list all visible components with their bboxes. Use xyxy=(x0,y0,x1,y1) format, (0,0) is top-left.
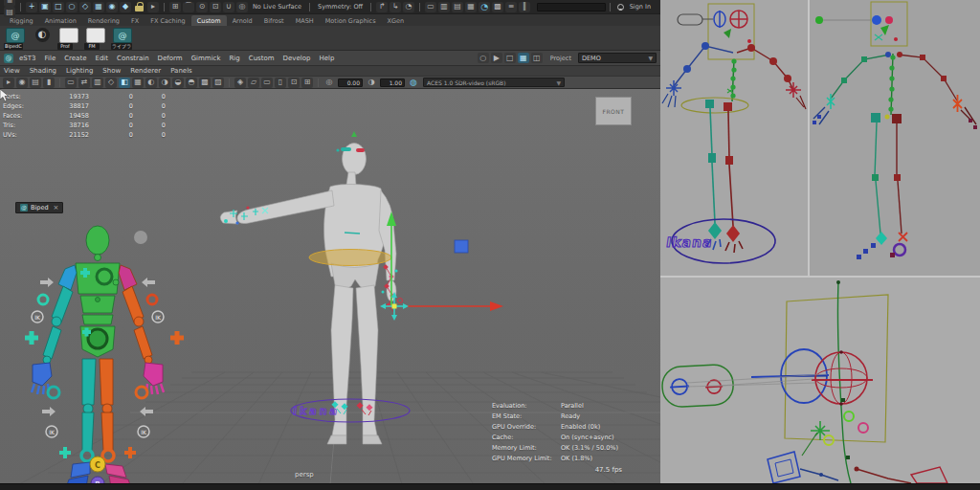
select-mask-objects-icon[interactable]: □ xyxy=(53,2,64,12)
lock-camera-icon[interactable]: ◉ xyxy=(16,78,28,88)
panel-menu-item[interactable]: View xyxy=(4,67,20,75)
render-view-icon[interactable]: ▭ xyxy=(425,2,436,12)
picker-left-arm[interactable] xyxy=(32,265,77,394)
output-connections-icon[interactable]: ↳ xyxy=(390,2,401,12)
right-arm-chain[interactable] xyxy=(737,44,806,109)
gamma-field[interactable]: 1.00 xyxy=(380,78,405,87)
shelf-button-prof[interactable]: Prof xyxy=(57,27,80,50)
menu-item[interactable]: eST3 xyxy=(19,55,35,62)
eye-controls[interactable] xyxy=(678,11,751,43)
view-transform-dropdown[interactable]: ACES 1.0 SDR-video (sRGB) ▼ xyxy=(423,78,565,87)
hip-control[interactable] xyxy=(309,250,391,266)
move-manipulator[interactable] xyxy=(380,212,503,321)
snap-surface-icon[interactable]: ∪ xyxy=(223,2,234,12)
app-menu-icon[interactable]: ≡ xyxy=(4,0,15,7)
menu-item[interactable]: Rig xyxy=(229,55,239,62)
shelf-button-symmetry[interactable] xyxy=(31,27,54,50)
texture-paint-icon[interactable]: ▩ xyxy=(492,2,503,12)
snap-point-icon[interactable]: ⊙ xyxy=(196,2,208,12)
panel-menu-item[interactable]: Shading xyxy=(30,67,56,75)
menu-item[interactable]: Gimmick xyxy=(191,55,221,62)
rig-view-controls[interactable]: Ikana xyxy=(660,0,808,276)
head-box-control[interactable] xyxy=(708,4,754,59)
jaw-controls[interactable] xyxy=(802,412,868,456)
menu-item[interactable]: Create xyxy=(64,55,86,62)
single-pane-icon[interactable]: □ xyxy=(504,53,516,63)
panel-menu-item[interactable]: Show xyxy=(102,67,121,75)
snap-curve-icon[interactable]: ⌒ xyxy=(183,2,194,12)
root-control[interactable]: Ikana xyxy=(291,399,410,422)
safe-action-icon[interactable]: ⊡ xyxy=(288,78,300,88)
symmetry-label[interactable]: Symmetry: Off xyxy=(318,3,363,11)
shelf-tab-mash[interactable]: MASH xyxy=(290,15,320,26)
sign-in-button[interactable]: Sign In xyxy=(617,3,655,11)
close-icon[interactable]: × xyxy=(54,204,59,212)
pane-toggle-icon[interactable]: ◫ xyxy=(531,53,543,63)
shelf-button-library[interactable]: ライブラ xyxy=(111,27,134,50)
panel-menu-item[interactable]: Panels xyxy=(170,67,192,75)
selection-handle[interactable] xyxy=(455,240,468,253)
pin-panel-icon[interactable]: ○ xyxy=(478,53,489,63)
gate-mask-icon[interactable]: ▯ xyxy=(275,78,286,88)
make-live-icon[interactable]: ◎ xyxy=(236,2,248,12)
chest-control[interactable] xyxy=(345,233,360,234)
render-settings-icon[interactable]: ▦ xyxy=(465,2,477,12)
shelf-tab-xgen[interactable]: XGen xyxy=(382,15,411,26)
menu-item[interactable]: Edit xyxy=(95,55,108,62)
picker-body-center[interactable] xyxy=(76,226,120,357)
rig-view-joints[interactable] xyxy=(810,0,980,276)
safe-title-icon[interactable]: ⊞ xyxy=(301,78,313,88)
time-slider-icon[interactable]: ◔ xyxy=(479,2,490,12)
eye-left-control[interactable] xyxy=(751,349,829,403)
panel-divider-vertical[interactable] xyxy=(808,0,810,276)
oversampling-icon[interactable]: ▥ xyxy=(92,78,103,88)
panel-menu-item[interactable]: Lighting xyxy=(66,67,93,75)
left-leg-joints[interactable] xyxy=(857,122,887,259)
camera-attributes-icon[interactable]: ▤ xyxy=(30,78,41,88)
menu-item[interactable]: Develop xyxy=(283,55,311,62)
view-transform-icon[interactable]: ◍ xyxy=(408,78,419,88)
use-lights-icon[interactable]: ◐ xyxy=(145,78,157,88)
lock-selection-icon[interactable] xyxy=(135,2,144,11)
multisampling-icon[interactable]: ▩ xyxy=(199,78,211,88)
neck-curve[interactable] xyxy=(836,280,851,483)
select-mask-hierarchy-icon[interactable]: ▣ xyxy=(39,2,51,12)
shelf-tab-rendering[interactable]: Rendering xyxy=(82,15,125,26)
shelf-tab-fx-caching[interactable]: FX Caching xyxy=(145,15,191,26)
render-current-frame-icon[interactable]: ▥ xyxy=(438,2,450,12)
select-mask-points-icon[interactable]: ○ xyxy=(66,2,78,12)
face-controls[interactable] xyxy=(336,131,365,152)
pick-walk-icon[interactable]: ▶ xyxy=(491,53,502,63)
wireframe-icon[interactable]: ◇ xyxy=(105,78,117,88)
snap-plane-icon[interactable]: ⊡ xyxy=(210,2,221,12)
motion-blur-icon[interactable]: ◓ xyxy=(186,78,197,88)
picker-tab-biped[interactable]: @ Biped × xyxy=(15,202,63,213)
menu-item[interactable]: Constrain xyxy=(117,55,149,62)
menu-item[interactable]: Help xyxy=(319,55,334,62)
field-chart-icon[interactable]: ▱ xyxy=(248,78,259,88)
shelf-tab-rigging[interactable]: Rigging xyxy=(4,15,39,26)
menu-item[interactable]: File xyxy=(44,55,56,62)
gamma-icon[interactable]: ◑ xyxy=(366,78,377,88)
snap-grid-icon[interactable]: ⊞ xyxy=(169,2,181,12)
hip-joints[interactable] xyxy=(871,113,902,123)
highlight-selection-icon[interactable]: ▸ xyxy=(147,2,159,12)
shaded-icon[interactable]: ◧ xyxy=(119,78,130,88)
eye-joints[interactable] xyxy=(815,15,898,41)
menu-item[interactable]: Deform xyxy=(158,55,183,62)
shelf-tab-bifrost[interactable]: Bifrost xyxy=(258,15,290,26)
spine-joints[interactable] xyxy=(888,54,895,115)
four-pane-icon[interactable]: ▦ xyxy=(518,53,529,63)
project-dropdown[interactable]: DEMO ▼ xyxy=(578,53,657,63)
select-mask-surfaces-icon[interactable]: ▦ xyxy=(93,2,104,12)
bookmark-icon[interactable]: ▮ xyxy=(43,78,55,88)
select-mask-misc-icon[interactable]: ◆ xyxy=(120,2,131,12)
select-camera-icon[interactable]: ▸ xyxy=(3,78,14,88)
perspective-viewport[interactable]: Ikana xyxy=(0,88,660,483)
shelf-tab-arnold[interactable]: Arnold xyxy=(227,15,258,26)
shelf-tab-motion-graphics[interactable]: Motion Graphics xyxy=(320,15,382,26)
isolate-select-icon[interactable]: ◈ xyxy=(234,78,246,88)
shelf-tab-fx[interactable]: FX xyxy=(125,15,145,26)
spine-controls[interactable] xyxy=(727,58,737,101)
picker-right-arm[interactable] xyxy=(119,265,164,394)
